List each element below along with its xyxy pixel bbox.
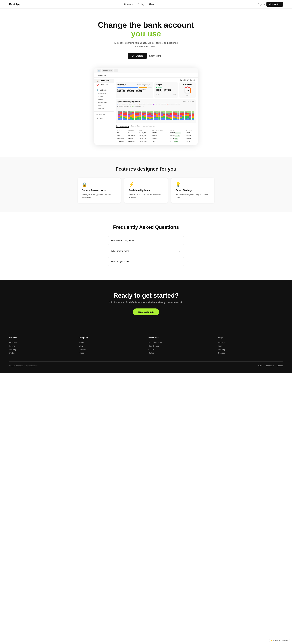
- cell-savings: $54.35 12%: [169, 137, 185, 140]
- footer-link[interactable]: Careers: [79, 348, 144, 350]
- create-account-button[interactable]: Create Account: [133, 308, 159, 315]
- footer-link[interactable]: Security: [218, 348, 283, 350]
- footer-link[interactable]: Security: [9, 348, 74, 350]
- feature-desc: Bank-grade encryption for all your trans…: [82, 193, 116, 199]
- tf-all[interactable]: ALL: [193, 79, 196, 81]
- footer-link[interactable]: Updates: [9, 352, 74, 354]
- feature-title: Smart Savings: [176, 189, 210, 192]
- nav-logo: BankApp: [9, 3, 20, 6]
- budget-date-left: Jan 1: [156, 94, 159, 95]
- hero-section: Change the bank account you use Experien…: [0, 8, 292, 68]
- footer-link[interactable]: Features: [9, 341, 74, 344]
- footer-link[interactable]: Status: [148, 352, 213, 354]
- features-section: Features designed for you 🔒 Secure Trans…: [0, 157, 292, 212]
- cell-account: Production: [128, 134, 138, 137]
- tf-1m[interactable]: 1M: [180, 79, 182, 81]
- sidebar-sub-notifications[interactable]: Notifications: [94, 101, 114, 104]
- tf-6m[interactable]: 6M: [187, 79, 189, 81]
- get-started-button[interactable]: Get Started: [266, 2, 283, 7]
- features-heading: Features designed for you: [9, 166, 283, 172]
- sidebar-sub-billing[interactable]: Billing: [94, 104, 114, 107]
- faq-question-text: How secure is my data?: [111, 239, 134, 242]
- sidebar-item-dashboard[interactable]: 🏠 Dashboard: [94, 79, 114, 83]
- faq-question[interactable]: What are the fees? ⌄: [108, 247, 184, 255]
- table-tabs: Savings summary Savings plans Reserved i…: [116, 124, 196, 128]
- faq-question[interactable]: How do I get started? ⌄: [108, 257, 184, 266]
- feature-icon: 🔒: [82, 182, 116, 187]
- all-accounts-selector[interactable]: 🏦 All Accounts ⌄: [97, 69, 118, 72]
- tf-3m[interactable]: 3M: [184, 79, 186, 81]
- bar-chart: (function() { const colors = ['#4f86f7',…: [118, 108, 194, 120]
- footer-link[interactable]: Privacy: [218, 341, 283, 344]
- tab-savings-summary[interactable]: Savings summary: [116, 124, 129, 128]
- cell-date: Jan 20, 2024: [138, 140, 151, 143]
- chart-x-end: Jan 31: [191, 120, 194, 122]
- cell-service: ElastiCache: [116, 137, 128, 140]
- footer-link[interactable]: Pricing: [9, 345, 74, 347]
- cell-account: Production: [128, 140, 138, 143]
- nav-link-about[interactable]: About: [149, 3, 154, 6]
- budget-goal-sub: $2,500 left: [156, 91, 162, 92]
- settings-icon: ⚙️: [96, 89, 99, 91]
- hero-cta-secondary[interactable]: Learn More →: [149, 54, 164, 57]
- feature-desc: AI-powered insights to help you save mor…: [176, 193, 210, 199]
- sidebar-sub-workspace[interactable]: Workspace: [94, 92, 114, 95]
- guardrails-icon: ⭕: [96, 84, 99, 86]
- hero-buttons: Get Started Learn More →: [3, 52, 289, 59]
- guardrails-count: 10: [186, 89, 189, 92]
- footer-social-link[interactable]: Twitter: [257, 364, 263, 367]
- tab-reserved-instances[interactable]: Reserved instances: [142, 124, 156, 128]
- footer-col: ResourcesDocumentationHelp CenterContact…: [148, 336, 213, 355]
- view-pending-link[interactable]: View pending savings →: [137, 84, 152, 86]
- feature-icon: ⚡: [129, 182, 163, 187]
- sidebar-sub-invoices[interactable]: Invoices: [94, 107, 114, 110]
- dash-title-bar: Dashboard: [94, 73, 198, 78]
- col-on-demand: ON DEMAND COST: [151, 129, 169, 132]
- cell-service: RDS: [116, 134, 128, 137]
- cta-heading: Ready to get started?: [3, 292, 289, 299]
- guardrails-alerts-label: Alerts: [181, 95, 194, 96]
- footer-social-link[interactable]: LinkedIn: [266, 364, 274, 367]
- feature-card: ⚡ Real-time Updates Get instant notifica…: [124, 178, 168, 203]
- features-grid: 🔒 Secure Transactions Bank-grade encrypt…: [78, 178, 214, 203]
- sidebar-signout[interactable]: ↩ Sign out: [94, 112, 114, 116]
- chart-x-start: Jan 1: [118, 120, 120, 122]
- footer-social-link[interactable]: GitHub: [277, 364, 283, 367]
- footer-link[interactable]: Documentation: [148, 341, 213, 344]
- footer-link[interactable]: Blog: [79, 345, 144, 347]
- tf-1y[interactable]: 1Y: [190, 79, 192, 81]
- dash-sidebar: 🏠 Dashboard ⭕ Guardrails ⚙️ Settings ⌄ W…: [94, 78, 114, 145]
- cell-net: $561.31: [185, 132, 196, 134]
- footer-link[interactable]: Contact: [148, 348, 213, 350]
- col-net-cost: NET COST: [185, 129, 196, 132]
- dash-body: 🏠 Dashboard ⭕ Guardrails ⚙️ Settings ⌄ W…: [94, 78, 198, 145]
- footer-link[interactable]: Cookies: [218, 352, 283, 354]
- hero-subtext: Experience banking reimagined. Simple, s…: [114, 41, 178, 48]
- sidebar-support[interactable]: ⚙ Support: [94, 116, 114, 120]
- cell-service: EC2: [116, 132, 128, 134]
- nav-link-pricing[interactable]: Pricing: [138, 3, 144, 6]
- guardrails-card: Guardrails 10 Alerts: [179, 82, 196, 98]
- cell-on-demand: $452.87: [151, 137, 169, 140]
- pending-value: $5,910: [136, 90, 146, 92]
- sidebar-sub-members[interactable]: Members: [94, 98, 114, 101]
- footer-link[interactable]: About: [79, 341, 144, 344]
- chevron-down-icon: ⌄: [179, 250, 181, 252]
- cell-savings: $359.12 63.97%: [169, 132, 185, 134]
- footer-link[interactable]: Help Center: [148, 345, 213, 347]
- net-spend-card: ▶ Net spend $50,104: [118, 88, 125, 92]
- footer-link[interactable]: Terms: [218, 345, 283, 347]
- faq-question-text: What are the fees?: [111, 250, 129, 252]
- signin-button[interactable]: Sign In: [258, 3, 265, 6]
- sidebar-item-guardrails[interactable]: ⭕ Guardrails: [94, 83, 114, 87]
- hero-headline-line1: Change the bank account: [98, 20, 194, 29]
- hero-headline-line2: you use: [131, 29, 161, 38]
- faq-question[interactable]: How secure is my data? ⌄: [108, 236, 184, 244]
- sidebar-settings-header[interactable]: ⚙️ Settings ⌄: [94, 88, 114, 92]
- footer-link[interactable]: Press: [79, 352, 144, 354]
- tab-savings-plans[interactable]: Savings plans: [131, 124, 140, 128]
- nav-link-features[interactable]: Features: [124, 3, 132, 6]
- sidebar-sub-profile[interactable]: Profile: [94, 95, 114, 98]
- hero-cta-primary[interactable]: Get Started: [128, 52, 147, 59]
- navbar: BankApp Features Pricing About Sign In G…: [0, 0, 292, 8]
